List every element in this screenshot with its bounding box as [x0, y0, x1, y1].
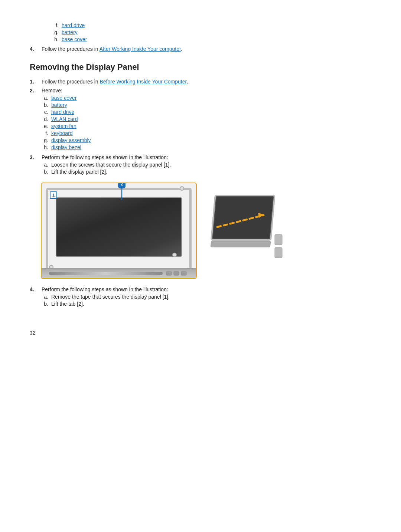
laptop-screen [56, 197, 182, 257]
badge-2: 2 [118, 183, 125, 188]
sub-item-e: e.system fan [42, 123, 91, 129]
svg-rect-2 [166, 272, 172, 275]
display-bezel-link[interactable]: display bezel [51, 144, 81, 150]
step4-sub-list: a.Remove the tape that secures the displ… [42, 294, 170, 307]
before-working-link[interactable]: Before Working Inside Your Computer [100, 79, 186, 85]
step2-sub-list: a.base cover b.battery c.hard drive d.WL… [42, 95, 91, 150]
list-item-h: h. base cover [52, 36, 371, 42]
hinge-bottom [42, 268, 196, 278]
sub-item-c: c.hard drive [42, 109, 91, 115]
hard-drive-link-prev[interactable]: hard drive [62, 22, 85, 28]
side-diagram [204, 194, 286, 268]
main-steps: 1. Follow the procedures in Before Worki… [30, 79, 371, 176]
page-number: 32 [30, 330, 371, 336]
svg-rect-7 [211, 241, 270, 247]
badge-1: 1 [50, 191, 57, 199]
battery-link-prev[interactable]: battery [62, 29, 78, 35]
prev-step-4: 4. Follow the procedures in After Workin… [30, 46, 371, 52]
wlan-card-link[interactable]: WLAN card [51, 116, 78, 122]
hard-drive-link[interactable]: hard drive [51, 109, 74, 115]
keyboard-link[interactable]: keyboard [51, 130, 73, 136]
svg-rect-9 [275, 247, 282, 258]
step3-sub-a: a.Loosen the screws that secure the disp… [42, 162, 171, 168]
step3-sub-b: b.Lift the display panel [2]. [42, 169, 171, 175]
section-title: Removing the Display Panel [30, 62, 371, 72]
battery-link[interactable]: battery [51, 102, 67, 108]
svg-rect-3 [174, 272, 179, 275]
step4-sub-b: b.Lift the tab [2]. [42, 301, 170, 307]
svg-rect-6 [213, 197, 273, 239]
display-assembly-link[interactable]: display assembly [51, 137, 91, 143]
list-item-f: f. hard drive [52, 22, 371, 28]
screw-tr [180, 186, 185, 191]
sub-item-a: a.base cover [42, 95, 91, 101]
system-fan-link[interactable]: system fan [51, 123, 76, 129]
illustration-container: 1 2 [41, 183, 371, 279]
base-cover-link-prev[interactable]: base cover [62, 36, 87, 42]
sub-item-d: d.WLAN card [42, 116, 91, 122]
step4-sub-a: a.Remove the tape that secures the displ… [42, 294, 170, 300]
sub-item-b: b.battery [42, 102, 91, 108]
prev-section-steps: 4. Follow the procedures in After Workin… [30, 46, 371, 52]
step3-sub-list: a.Loosen the screws that secure the disp… [42, 162, 171, 175]
after-working-link[interactable]: After Working Inside Your computer [100, 46, 181, 52]
sub-item-g: g.display assembly [42, 137, 91, 143]
sub-item-h: h.display bezel [42, 144, 91, 150]
screw-br [172, 253, 177, 258]
base-cover-link[interactable]: base cover [51, 95, 76, 101]
step-1: 1. Follow the procedures in Before Worki… [30, 79, 371, 85]
side-view-svg [204, 194, 286, 268]
svg-rect-8 [275, 234, 282, 245]
arrow-up: 2 [118, 183, 125, 203]
main-diagram: 1 2 [41, 183, 197, 279]
hinge-bar [49, 272, 163, 275]
step-4: 4. Perform the following steps as shown … [30, 286, 371, 308]
svg-rect-4 [181, 272, 186, 275]
step-2: 2. Remove: a.base cover b.battery c.hard… [30, 88, 371, 151]
step4-list: 4. Perform the following steps as shown … [30, 286, 371, 308]
sub-item-f: f.keyboard [42, 130, 91, 136]
prev-section-list: f. hard drive g. battery h. base cover [52, 22, 371, 42]
list-item-g: g. battery [52, 29, 371, 35]
hinge-connector [166, 270, 189, 277]
step-3: 3. Perform the following steps as shown … [30, 154, 371, 176]
